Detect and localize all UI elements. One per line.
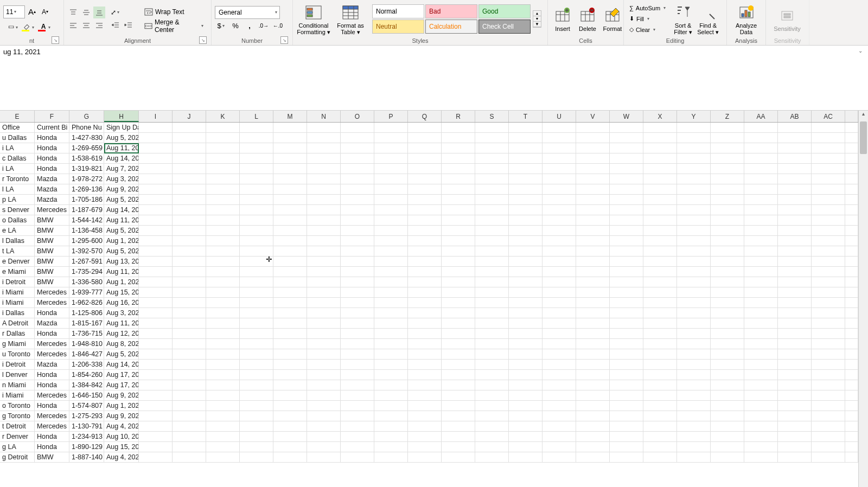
data-cell[interactable]: Aug 10, 2021 <box>104 432 139 442</box>
data-cell[interactable] <box>240 380 273 390</box>
data-cell[interactable] <box>408 246 442 257</box>
style-check-cell[interactable]: Check Cell <box>478 20 531 34</box>
data-cell[interactable] <box>374 349 408 360</box>
data-cell[interactable] <box>812 215 845 226</box>
data-cell[interactable] <box>173 370 206 380</box>
data-cell[interactable] <box>610 349 643 360</box>
data-cell[interactable]: 1-574-807 <box>69 401 104 411</box>
data-cell[interactable] <box>442 349 475 360</box>
data-cell[interactable] <box>139 308 173 318</box>
data-cell[interactable] <box>273 298 307 308</box>
data-cell[interactable] <box>744 452 778 463</box>
data-cell[interactable] <box>307 246 341 257</box>
data-cell[interactable] <box>576 226 610 236</box>
data-cell[interactable] <box>744 401 778 411</box>
data-cell[interactable] <box>307 174 341 184</box>
data-cell[interactable] <box>711 153 744 164</box>
data-cell[interactable] <box>240 370 273 380</box>
data-cell[interactable] <box>307 164 341 174</box>
data-cell[interactable] <box>812 257 845 267</box>
data-cell[interactable] <box>812 277 845 287</box>
data-cell[interactable]: Aug 11, 2021 <box>104 215 139 226</box>
data-cell[interactable] <box>206 236 240 246</box>
wrap-text-button[interactable]: Wrap Text <box>141 5 208 18</box>
data-cell[interactable] <box>408 370 442 380</box>
data-cell[interactable] <box>307 452 341 463</box>
data-cell[interactable] <box>442 226 475 236</box>
data-cell[interactable] <box>240 195 273 205</box>
column-header-M[interactable]: M <box>273 111 307 122</box>
data-cell[interactable] <box>139 184 173 195</box>
empty-cell[interactable] <box>845 329 858 339</box>
data-cell[interactable] <box>744 257 778 267</box>
data-cell[interactable]: 1-890-129 <box>69 442 104 452</box>
data-cell[interactable] <box>374 308 408 318</box>
data-cell[interactable] <box>307 380 341 390</box>
data-cell[interactable]: Mazda <box>35 195 69 205</box>
data-cell[interactable] <box>307 298 341 308</box>
data-cell[interactable] <box>273 401 307 411</box>
data-cell[interactable] <box>677 287 711 298</box>
column-header-P[interactable]: P <box>374 111 408 122</box>
data-cell[interactable] <box>475 153 509 164</box>
formula-bar-collapse-icon[interactable]: ⌄ <box>858 48 866 55</box>
data-cell[interactable] <box>307 432 341 442</box>
data-cell[interactable] <box>711 360 744 370</box>
data-cell[interactable] <box>542 390 576 401</box>
data-cell[interactable]: Aug 8, 2021 <box>104 339 139 349</box>
data-cell[interactable] <box>677 411 711 421</box>
data-cell[interactable] <box>139 143 173 153</box>
data-cell[interactable] <box>711 349 744 360</box>
data-cell[interactable] <box>610 421 643 432</box>
data-cell[interactable] <box>643 133 677 143</box>
data-cell[interactable] <box>576 442 610 452</box>
data-cell[interactable] <box>341 164 374 174</box>
data-cell[interactable] <box>307 401 341 411</box>
data-cell[interactable] <box>139 380 173 390</box>
data-cell[interactable] <box>643 164 677 174</box>
data-cell[interactable] <box>509 133 542 143</box>
data-cell[interactable] <box>542 339 576 349</box>
data-cell[interactable] <box>509 421 542 432</box>
data-cell[interactable] <box>509 339 542 349</box>
data-cell[interactable] <box>643 215 677 226</box>
data-cell[interactable] <box>442 308 475 318</box>
data-cell[interactable] <box>744 246 778 257</box>
data-cell[interactable] <box>307 153 341 164</box>
data-cell[interactable] <box>576 133 610 143</box>
data-cell[interactable] <box>711 133 744 143</box>
data-cell[interactable] <box>542 370 576 380</box>
data-cell[interactable] <box>408 226 442 236</box>
data-cell[interactable] <box>643 370 677 380</box>
data-cell[interactable] <box>173 174 206 184</box>
data-cell[interactable] <box>206 277 240 287</box>
scroll-up-button[interactable]: ▴ <box>859 111 868 120</box>
data-cell[interactable] <box>307 329 341 339</box>
data-cell[interactable]: g Toronto <box>0 411 35 421</box>
data-cell[interactable]: Aug 5, 2021 <box>104 349 139 360</box>
data-cell[interactable]: Aug 1, 2021 <box>104 236 139 246</box>
decrease-font-button[interactable]: A▾ <box>39 6 51 18</box>
data-cell[interactable] <box>711 174 744 184</box>
data-cell[interactable]: i Dallas <box>0 308 35 318</box>
data-cell[interactable] <box>812 184 845 195</box>
data-cell[interactable] <box>442 257 475 267</box>
data-cell[interactable] <box>374 452 408 463</box>
data-cell[interactable] <box>643 195 677 205</box>
data-cell[interactable] <box>273 257 307 267</box>
data-cell[interactable] <box>408 153 442 164</box>
empty-cell[interactable] <box>845 442 858 452</box>
data-cell[interactable] <box>812 360 845 370</box>
clear-button[interactable]: ◇Clear ▾ <box>627 24 669 35</box>
data-cell[interactable] <box>374 339 408 349</box>
column-header-F[interactable]: F <box>35 111 69 122</box>
column-header-J[interactable]: J <box>173 111 206 122</box>
data-cell[interactable] <box>778 329 812 339</box>
data-cell[interactable] <box>744 411 778 421</box>
data-cell[interactable] <box>442 184 475 195</box>
scrollbar-thumb[interactable] <box>860 121 867 154</box>
data-cell[interactable] <box>576 143 610 153</box>
data-cell[interactable] <box>173 349 206 360</box>
data-cell[interactable] <box>542 277 576 287</box>
data-cell[interactable] <box>240 411 273 421</box>
